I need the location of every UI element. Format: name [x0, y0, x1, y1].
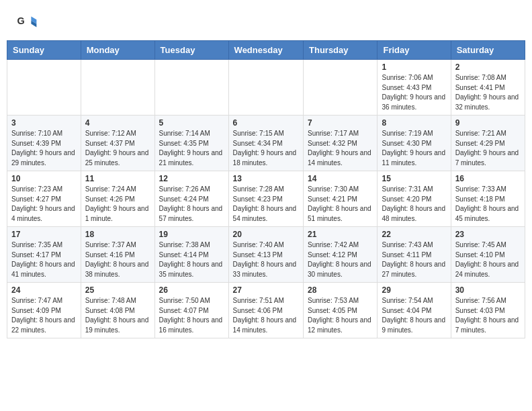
- calendar-cell: 17Sunrise: 7:35 AM Sunset: 4:17 PM Dayli…: [7, 227, 81, 283]
- calendar-cell: 12Sunrise: 7:26 AM Sunset: 4:24 PM Dayli…: [154, 171, 228, 227]
- day-info: Sunrise: 7:08 AM Sunset: 4:41 PM Dayligh…: [455, 73, 521, 112]
- calendar-week-row: 10Sunrise: 7:23 AM Sunset: 4:27 PM Dayli…: [7, 171, 525, 227]
- day-info: Sunrise: 7:17 AM Sunset: 4:32 PM Dayligh…: [308, 129, 373, 168]
- calendar-cell: 28Sunrise: 7:53 AM Sunset: 4:05 PM Dayli…: [304, 283, 378, 338]
- day-info: Sunrise: 7:53 AM Sunset: 4:05 PM Dayligh…: [308, 296, 373, 335]
- day-number: 29: [382, 285, 446, 295]
- calendar-week-row: 1Sunrise: 7:06 AM Sunset: 4:43 PM Daylig…: [7, 60, 525, 116]
- day-number: 3: [11, 118, 77, 128]
- day-info: Sunrise: 7:21 AM Sunset: 4:29 PM Dayligh…: [455, 129, 521, 168]
- calendar-cell: [154, 60, 228, 116]
- column-header-thursday: Thursday: [304, 41, 378, 60]
- calendar-cell: 24Sunrise: 7:47 AM Sunset: 4:09 PM Dayli…: [7, 283, 81, 338]
- column-header-wednesday: Wednesday: [228, 41, 303, 60]
- logo: G: [16, 12, 40, 34]
- day-info: Sunrise: 7:42 AM Sunset: 4:12 PM Dayligh…: [308, 240, 373, 279]
- day-number: 30: [455, 285, 521, 295]
- day-info: Sunrise: 7:19 AM Sunset: 4:30 PM Dayligh…: [382, 129, 446, 168]
- column-header-sunday: Sunday: [7, 41, 81, 60]
- calendar-cell: 20Sunrise: 7:40 AM Sunset: 4:13 PM Dayli…: [228, 227, 303, 283]
- day-number: 8: [382, 118, 446, 128]
- day-number: 26: [159, 285, 224, 295]
- day-info: Sunrise: 7:43 AM Sunset: 4:11 PM Dayligh…: [382, 240, 446, 279]
- calendar-cell: 16Sunrise: 7:33 AM Sunset: 4:18 PM Dayli…: [451, 171, 525, 227]
- day-number: 13: [233, 174, 299, 183]
- calendar-cell: 7Sunrise: 7:17 AM Sunset: 4:32 PM Daylig…: [304, 116, 378, 171]
- day-number: 2: [455, 62, 521, 72]
- day-info: Sunrise: 7:40 AM Sunset: 4:13 PM Dayligh…: [233, 240, 299, 279]
- calendar-week-row: 24Sunrise: 7:47 AM Sunset: 4:09 PM Dayli…: [7, 283, 525, 338]
- calendar-cell: 19Sunrise: 7:38 AM Sunset: 4:14 PM Dayli…: [154, 227, 228, 283]
- calendar-cell: 5Sunrise: 7:14 AM Sunset: 4:35 PM Daylig…: [154, 116, 228, 171]
- day-number: 28: [308, 285, 373, 295]
- calendar-header-row: SundayMondayTuesdayWednesdayThursdayFrid…: [7, 41, 525, 60]
- day-info: Sunrise: 7:24 AM Sunset: 4:26 PM Dayligh…: [85, 185, 150, 224]
- calendar-table: SundayMondayTuesdayWednesdayThursdayFrid…: [7, 40, 525, 338]
- day-info: Sunrise: 7:30 AM Sunset: 4:21 PM Dayligh…: [308, 185, 373, 224]
- day-info: Sunrise: 7:54 AM Sunset: 4:04 PM Dayligh…: [382, 296, 446, 335]
- calendar-cell: [304, 60, 378, 116]
- calendar-cell: 9Sunrise: 7:21 AM Sunset: 4:29 PM Daylig…: [451, 116, 525, 171]
- day-number: 12: [159, 174, 224, 183]
- calendar-cell: 11Sunrise: 7:24 AM Sunset: 4:26 PM Dayli…: [81, 171, 154, 227]
- day-info: Sunrise: 7:47 AM Sunset: 4:09 PM Dayligh…: [11, 296, 77, 335]
- day-number: 17: [11, 230, 77, 239]
- calendar-cell: 21Sunrise: 7:42 AM Sunset: 4:12 PM Dayli…: [304, 227, 378, 283]
- day-info: Sunrise: 7:10 AM Sunset: 4:39 PM Dayligh…: [11, 129, 77, 168]
- calendar-cell: 8Sunrise: 7:19 AM Sunset: 4:30 PM Daylig…: [378, 116, 451, 171]
- day-number: 6: [233, 118, 299, 128]
- day-info: Sunrise: 7:15 AM Sunset: 4:34 PM Dayligh…: [233, 129, 299, 168]
- calendar-cell: 14Sunrise: 7:30 AM Sunset: 4:21 PM Dayli…: [304, 171, 378, 227]
- day-info: Sunrise: 7:48 AM Sunset: 4:08 PM Dayligh…: [85, 296, 150, 335]
- day-info: Sunrise: 7:14 AM Sunset: 4:35 PM Dayligh…: [159, 129, 224, 168]
- day-number: 9: [455, 118, 521, 128]
- day-info: Sunrise: 7:50 AM Sunset: 4:07 PM Dayligh…: [159, 296, 224, 335]
- calendar-cell: [81, 60, 154, 116]
- calendar-cell: 6Sunrise: 7:15 AM Sunset: 4:34 PM Daylig…: [228, 116, 303, 171]
- day-info: Sunrise: 7:37 AM Sunset: 4:16 PM Dayligh…: [85, 240, 150, 279]
- day-info: Sunrise: 7:26 AM Sunset: 4:24 PM Dayligh…: [159, 185, 224, 224]
- day-number: 14: [308, 174, 373, 183]
- calendar-week-row: 3Sunrise: 7:10 AM Sunset: 4:39 PM Daylig…: [7, 116, 525, 171]
- day-info: Sunrise: 7:28 AM Sunset: 4:23 PM Dayligh…: [233, 185, 299, 224]
- column-header-friday: Friday: [378, 41, 451, 60]
- calendar-cell: 29Sunrise: 7:54 AM Sunset: 4:04 PM Dayli…: [378, 283, 451, 338]
- calendar-cell: 2Sunrise: 7:08 AM Sunset: 4:41 PM Daylig…: [451, 60, 525, 116]
- column-header-tuesday: Tuesday: [154, 41, 228, 60]
- day-info: Sunrise: 7:06 AM Sunset: 4:43 PM Dayligh…: [382, 73, 446, 112]
- day-info: Sunrise: 7:38 AM Sunset: 4:14 PM Dayligh…: [159, 240, 224, 279]
- day-number: 24: [11, 285, 77, 295]
- day-info: Sunrise: 7:51 AM Sunset: 4:06 PM Dayligh…: [233, 296, 299, 335]
- page-header: G: [0, 0, 532, 40]
- day-info: Sunrise: 7:33 AM Sunset: 4:18 PM Dayligh…: [455, 185, 521, 224]
- day-number: 15: [382, 174, 446, 183]
- day-info: Sunrise: 7:23 AM Sunset: 4:27 PM Dayligh…: [11, 185, 77, 224]
- svg-text:G: G: [17, 15, 25, 26]
- calendar-cell: 25Sunrise: 7:48 AM Sunset: 4:08 PM Dayli…: [81, 283, 154, 338]
- calendar-week-row: 17Sunrise: 7:35 AM Sunset: 4:17 PM Dayli…: [7, 227, 525, 283]
- calendar-cell: 30Sunrise: 7:56 AM Sunset: 4:03 PM Dayli…: [451, 283, 525, 338]
- day-info: Sunrise: 7:31 AM Sunset: 4:20 PM Dayligh…: [382, 185, 446, 224]
- day-info: Sunrise: 7:45 AM Sunset: 4:10 PM Dayligh…: [455, 240, 521, 279]
- calendar-cell: 26Sunrise: 7:50 AM Sunset: 4:07 PM Dayli…: [154, 283, 228, 338]
- day-number: 18: [85, 230, 150, 239]
- day-number: 7: [308, 118, 373, 128]
- calendar-cell: 3Sunrise: 7:10 AM Sunset: 4:39 PM Daylig…: [7, 116, 81, 171]
- day-number: 11: [85, 174, 150, 183]
- day-info: Sunrise: 7:12 AM Sunset: 4:37 PM Dayligh…: [85, 129, 150, 168]
- calendar-cell: 23Sunrise: 7:45 AM Sunset: 4:10 PM Dayli…: [451, 227, 525, 283]
- column-header-monday: Monday: [81, 41, 154, 60]
- day-info: Sunrise: 7:35 AM Sunset: 4:17 PM Dayligh…: [11, 240, 77, 279]
- day-number: 21: [308, 230, 373, 239]
- day-number: 23: [455, 230, 521, 239]
- day-info: Sunrise: 7:56 AM Sunset: 4:03 PM Dayligh…: [455, 296, 521, 335]
- calendar-cell: 18Sunrise: 7:37 AM Sunset: 4:16 PM Dayli…: [81, 227, 154, 283]
- day-number: 16: [455, 174, 521, 183]
- day-number: 5: [159, 118, 224, 128]
- calendar-cell: 1Sunrise: 7:06 AM Sunset: 4:43 PM Daylig…: [378, 60, 451, 116]
- day-number: 20: [233, 230, 299, 239]
- calendar-cell: 4Sunrise: 7:12 AM Sunset: 4:37 PM Daylig…: [81, 116, 154, 171]
- calendar-cell: 27Sunrise: 7:51 AM Sunset: 4:06 PM Dayli…: [228, 283, 303, 338]
- calendar-cell: [7, 60, 81, 116]
- calendar-cell: 15Sunrise: 7:31 AM Sunset: 4:20 PM Dayli…: [378, 171, 451, 227]
